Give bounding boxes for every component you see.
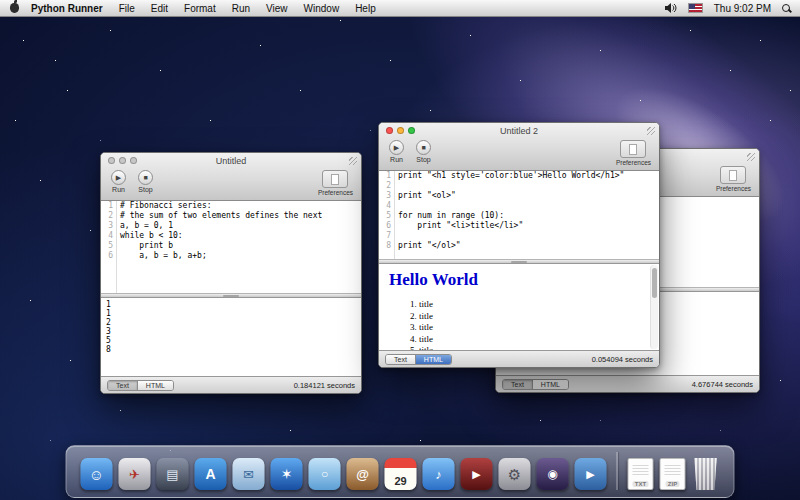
output-mode-segmented-control: Text HTML <box>385 354 452 365</box>
run-button[interactable]: ▶ Run <box>111 170 126 193</box>
output-mode-segmented-control: Text HTML <box>502 379 569 390</box>
line-number: 4 <box>379 201 394 211</box>
run-button[interactable]: ▶ Run <box>389 140 404 163</box>
apple-menu-icon[interactable] <box>10 3 19 13</box>
menu-help[interactable]: Help <box>347 3 384 14</box>
list-item: title <box>419 299 649 311</box>
preferences-label: Preferences <box>716 185 751 192</box>
zoom-button[interactable] <box>408 127 415 134</box>
segment-text[interactable]: Text <box>503 380 533 389</box>
stop-label: Stop <box>138 186 152 193</box>
itunes-icon: ♪ <box>423 458 455 490</box>
play-icon: ▶ <box>394 144 399 151</box>
dock-item-ical[interactable]: 29 <box>385 458 417 490</box>
toolbar-grip-icon[interactable] <box>747 153 755 161</box>
close-button[interactable] <box>386 127 393 134</box>
output-line: 5 <box>106 336 356 345</box>
dock-item-photo-booth[interactable]: ◉ <box>537 458 569 490</box>
code-text: print "<li>title</li>" <box>394 221 523 231</box>
segment-text[interactable]: Text <box>386 355 416 364</box>
volume-icon[interactable] <box>665 3 677 13</box>
code-line: 7 <box>379 231 659 241</box>
trash-icon <box>692 458 720 490</box>
preferences-icon <box>729 170 737 181</box>
dock-item-safari[interactable]: ✶ <box>271 458 303 490</box>
preferences-label: Preferences <box>318 189 353 196</box>
menu-app-name[interactable]: Python Runner <box>31 3 111 14</box>
segment-html[interactable]: HTML <box>533 380 568 389</box>
txt-document-icon: TXT <box>628 458 654 490</box>
minimize-button[interactable] <box>119 157 126 164</box>
preferences-button[interactable]: Preferences <box>716 166 751 192</box>
pane-splitter[interactable] <box>101 293 361 298</box>
preferences-icon <box>629 144 637 155</box>
zoom-button[interactable] <box>130 157 137 164</box>
toolbar-grip-icon[interactable] <box>647 127 655 135</box>
dock-item-mail[interactable]: ✉ <box>233 458 265 490</box>
dock-item-ichat[interactable]: ○ <box>309 458 341 490</box>
menu-format[interactable]: Format <box>176 3 224 14</box>
code-editor[interactable]: 1# Fibonacci series: 2# the sum of two e… <box>101 201 361 293</box>
menu-view[interactable]: View <box>258 3 296 14</box>
dock-item-address-book[interactable]: @ <box>347 458 379 490</box>
menu-file[interactable]: File <box>111 3 143 14</box>
minimize-button[interactable] <box>397 127 404 134</box>
list-item: title <box>419 311 649 323</box>
finder-icon: ☺ <box>81 458 113 490</box>
dock-item-trash[interactable] <box>692 458 720 490</box>
menu-edit[interactable]: Edit <box>143 3 176 14</box>
run-label: Run <box>390 156 403 163</box>
output-line: 3 <box>106 327 356 336</box>
line-number: 6 <box>379 221 394 231</box>
window-untitled[interactable]: Untitled ▶ Run ■ Stop Preferences 1# Fib… <box>100 152 362 394</box>
dock-item-python-runner[interactable]: ▶ <box>575 458 607 490</box>
output-pane[interactable]: 1 1 2 3 5 8 <box>101 298 361 376</box>
preferences-button[interactable]: Preferences <box>318 170 353 196</box>
title-bar[interactable]: Untitled <box>101 153 361 168</box>
code-text: # the sum of two elements defines the ne… <box>116 211 322 221</box>
toolbar-grip-icon[interactable] <box>349 157 357 165</box>
code-text: for num in range (10): <box>394 211 504 221</box>
dock-item-txt-document[interactable]: TXT <box>628 458 654 490</box>
segment-html[interactable]: HTML <box>138 381 173 390</box>
code-line: 3a, b = 0, 1 <box>101 221 361 231</box>
menu-window[interactable]: Window <box>296 3 348 14</box>
code-line: 6 print "<li>title</li>" <box>379 221 659 231</box>
spotlight-search-icon[interactable] <box>782 4 790 12</box>
code-text: print b <box>116 241 173 251</box>
line-number: 3 <box>379 191 394 201</box>
code-editor[interactable]: 1print "<h1 style='color:blue'>Hello Wor… <box>379 171 659 259</box>
window-untitled-2[interactable]: Untitled 2 ▶ Run ■ Stop Preferences 1pri… <box>378 122 660 368</box>
preferences-button[interactable]: Preferences <box>616 140 651 166</box>
dock-item-system-preferences[interactable]: ⚙ <box>499 458 531 490</box>
execution-time: 0.184121 seconds <box>294 381 355 390</box>
dock-item-itunes[interactable]: ♪ <box>423 458 455 490</box>
output-line: 1 <box>106 309 356 318</box>
title-bar[interactable]: Untitled 2 <box>379 123 659 138</box>
segment-text[interactable]: Text <box>108 381 138 390</box>
vertical-scrollbar[interactable] <box>650 265 658 349</box>
html-output-pane[interactable]: Hello World title title title title titl… <box>379 264 659 350</box>
dock-item-finder[interactable]: ☺ <box>81 458 113 490</box>
code-line: 2# the sum of two elements defines the n… <box>101 211 361 221</box>
line-number: 1 <box>101 201 116 211</box>
dock-item-launchpad[interactable]: ✈ <box>119 458 151 490</box>
dock-item-mission-control[interactable]: ▤ <box>157 458 189 490</box>
input-language-flag-icon[interactable] <box>688 3 703 13</box>
scrollbar-thumb[interactable] <box>652 268 657 298</box>
segment-html[interactable]: HTML <box>416 355 451 364</box>
dock-item-dvd-player[interactable]: ▶ <box>461 458 493 490</box>
txt-label: TXT <box>633 481 648 487</box>
stop-button[interactable]: ■ Stop <box>138 170 153 193</box>
stop-button[interactable]: ■ Stop <box>416 140 431 163</box>
code-text: a, b = 0, 1 <box>116 221 173 231</box>
address-book-icon: @ <box>347 458 379 490</box>
menu-run[interactable]: Run <box>224 3 258 14</box>
stop-label: Stop <box>416 156 430 163</box>
run-label: Run <box>112 186 125 193</box>
code-text: print "<ol>" <box>394 191 456 201</box>
dock-item-zip-archive[interactable]: ZIP <box>660 458 686 490</box>
menu-clock[interactable]: Thu 9:02 PM <box>714 3 771 14</box>
close-button[interactable] <box>108 157 115 164</box>
dock-item-app-store[interactable]: A <box>195 458 227 490</box>
